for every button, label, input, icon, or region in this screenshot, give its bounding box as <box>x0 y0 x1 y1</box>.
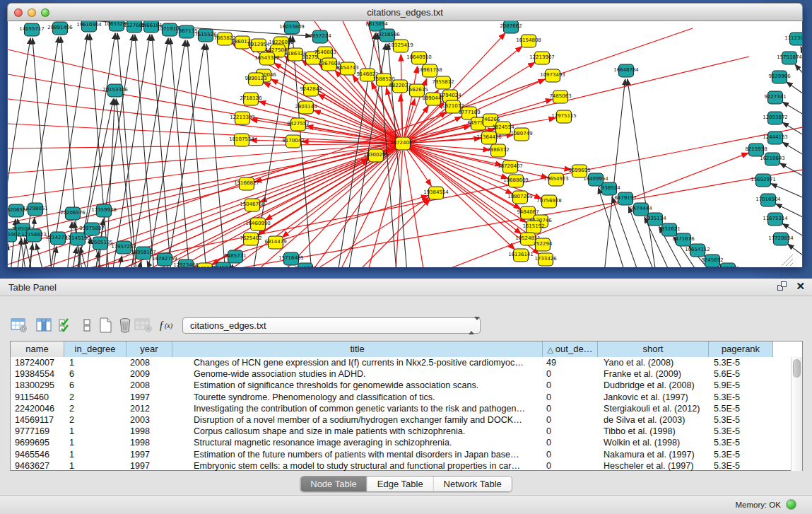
table-cell-year[interactable]: 2008 <box>126 380 172 391</box>
table-cell-short[interactable]: Tibbo et al. (1998) <box>598 426 709 437</box>
graph-edge[interactable] <box>787 82 802 95</box>
table-cell-out_de[interactable]: 0 <box>543 380 598 391</box>
table-cell-title[interactable]: Disruption of a novel member of a sodium… <box>172 414 543 426</box>
close-panel-icon[interactable]: ✕ <box>796 281 805 291</box>
graph-edge[interactable] <box>795 64 802 76</box>
column-header-title[interactable]: title <box>172 341 543 357</box>
graph-edge[interactable] <box>405 99 415 137</box>
graph-edge[interactable] <box>8 74 396 142</box>
graph-edge[interactable] <box>117 33 136 267</box>
table-row[interactable]: 977716911998Corpus callosum shape and si… <box>11 426 791 437</box>
table-cell-in_degree[interactable]: 6 <box>64 380 126 391</box>
graph-edge[interactable] <box>152 35 171 267</box>
table-cell-name[interactable]: 9465546 <box>11 449 64 460</box>
table-chooser-combobox[interactable]: citations_edges.txt <box>182 317 481 334</box>
table-cell-year[interactable]: 2009 <box>126 368 172 380</box>
table-cell-year[interactable]: 2008 <box>126 357 172 368</box>
table-cell-year[interactable]: 2003 <box>126 414 172 426</box>
graph-edge[interactable] <box>8 144 396 173</box>
table-cell-out_de[interactable]: 49 <box>543 357 598 368</box>
table-cell-title[interactable]: Changes of HCN gene expression and I(f) … <box>172 357 543 368</box>
table-cell-title[interactable]: Structural magnetic resonance image aver… <box>172 437 543 448</box>
table-row[interactable]: 1938455462009Genome-wide association stu… <box>11 368 791 380</box>
table-cell-year[interactable]: 1998 <box>126 437 172 448</box>
table-cell-title[interactable]: Tourette syndrome. Phenomenology and cla… <box>172 392 543 403</box>
new-table-icon[interactable] <box>96 316 114 334</box>
table-cell-title[interactable]: Estimation of significance thresholds fo… <box>172 380 543 391</box>
table-cell-out_de[interactable]: 0 <box>543 460 598 471</box>
table-cell-short[interactable]: Wolkin et al. (1998) <box>598 437 709 448</box>
table-cell-name[interactable]: 18724007 <box>11 357 64 368</box>
window-titlebar[interactable]: citations_edges.txt <box>7 3 803 21</box>
rows-icon[interactable] <box>78 316 96 334</box>
table-cell-in_degree[interactable]: 2 <box>64 392 126 403</box>
table-cell-in_degree[interactable]: 1 <box>64 449 126 460</box>
table-cell-year[interactable]: 1997 <box>126 392 172 403</box>
table-cell-out_de[interactable]: 0 <box>543 392 598 403</box>
table-cell-in_degree[interactable]: 1 <box>64 437 126 448</box>
graph-edge[interactable] <box>788 244 802 257</box>
tab-network-table[interactable]: Network Table <box>434 477 512 491</box>
graph-edge[interactable] <box>170 147 396 267</box>
table-cell-title[interactable]: Embryonic stem cells: a model to study s… <box>172 460 543 471</box>
table-cell-pagerank[interactable]: 5.3E-5 <box>709 437 773 448</box>
table-panel-titlebar[interactable]: Table Panel ✕ <box>0 279 812 296</box>
table-cell-pagerank[interactable]: 5.9E-5 <box>709 380 773 391</box>
vertical-scrollbar[interactable] <box>791 357 802 471</box>
table-cell-pagerank[interactable]: 5.3E-5 <box>709 460 773 471</box>
table-cell-year[interactable]: 1998 <box>126 426 172 437</box>
table-cell-in_degree[interactable]: 1 <box>64 426 126 437</box>
table-cell-short[interactable]: Stergiakouli et al. (2012) <box>598 403 709 414</box>
memory-status-indicator[interactable] <box>786 499 796 510</box>
graph-edge[interactable] <box>408 112 446 139</box>
table-cell-out_de[interactable]: 0 <box>543 449 598 460</box>
table-cell-pagerank[interactable]: 5.3E-5 <box>709 392 773 403</box>
table-row[interactable]: 946362711997Embryonic stem cells: a mode… <box>11 460 791 471</box>
table-cell-name[interactable]: 18300295 <box>11 380 64 391</box>
delete-rows-icon[interactable] <box>116 316 134 334</box>
graph-edge[interactable] <box>404 151 424 267</box>
table-cell-in_degree[interactable]: 2 <box>64 414 126 426</box>
table-cell-short[interactable]: Franke et al. (2009) <box>598 368 709 380</box>
select-rows-icon[interactable] <box>57 316 75 334</box>
table-cell-pagerank[interactable]: 5.3E-5 <box>709 449 773 460</box>
table-cell-short[interactable]: Nakamura et al. (1997) <box>598 449 709 460</box>
table-cell-short[interactable]: Jankovic et al. (1997) <box>598 392 709 403</box>
table-cell-year[interactable]: 1997 <box>126 460 172 471</box>
table-cell-title[interactable]: Corpus callosum shape and size in male p… <box>172 426 543 437</box>
table-cell-title[interactable]: Genome-wide association studies in ADHD. <box>172 368 543 380</box>
table-cell-year[interactable]: 1997 <box>126 449 172 460</box>
table-row[interactable]: 969969511998Structural magnetic resonanc… <box>11 437 791 448</box>
table-settings-icon[interactable] <box>10 316 28 334</box>
table-cell-in_degree[interactable]: 6 <box>64 368 126 380</box>
table-cell-pagerank[interactable]: 5.5E-5 <box>709 403 773 414</box>
graph-edge[interactable] <box>187 40 206 267</box>
table-cell-name[interactable]: 9777169 <box>11 426 64 437</box>
table-cell-name[interactable]: 22420046 <box>11 403 64 414</box>
table-cell-out_de[interactable]: 0 <box>543 414 598 426</box>
graph-edge[interactable] <box>138 262 141 267</box>
table-cell-out_de[interactable]: 0 <box>543 368 598 380</box>
table-cell-in_degree[interactable]: 1 <box>64 357 126 368</box>
table-cell-in_degree[interactable]: 2 <box>64 403 126 414</box>
resize-grip-icon[interactable] <box>786 259 793 266</box>
graph-edge[interactable] <box>167 44 204 267</box>
show-columns-icon[interactable] <box>35 316 54 334</box>
column-header-pagerank[interactable]: pagerank <box>709 341 773 357</box>
table-cell-name[interactable]: 9699695 <box>11 437 64 448</box>
float-panel-icon[interactable] <box>777 281 787 291</box>
graph-edge[interactable] <box>17 238 21 267</box>
column-header-name[interactable]: name <box>11 341 64 357</box>
table-cell-pagerank[interactable]: 5.3E-5 <box>709 426 773 437</box>
table-row[interactable]: 2242004622012Investigating the contribut… <box>11 403 791 414</box>
table-cell-name[interactable]: 9463627 <box>11 460 64 471</box>
scrollbar-thumb[interactable] <box>793 359 801 378</box>
graph-edge[interactable] <box>206 44 225 267</box>
network-canvas[interactable]: 1405571720891406196103041065328715276026… <box>8 21 802 267</box>
table-row[interactable]: 1456911722003Disruption of a novel membe… <box>11 414 791 426</box>
graph-edge[interactable] <box>8 144 396 148</box>
table-cell-in_degree[interactable]: 1 <box>64 460 126 471</box>
table-cell-out_de[interactable]: 0 <box>543 426 598 437</box>
graph-edge[interactable] <box>410 144 490 150</box>
table-cell-name[interactable]: 19384554 <box>11 368 64 380</box>
